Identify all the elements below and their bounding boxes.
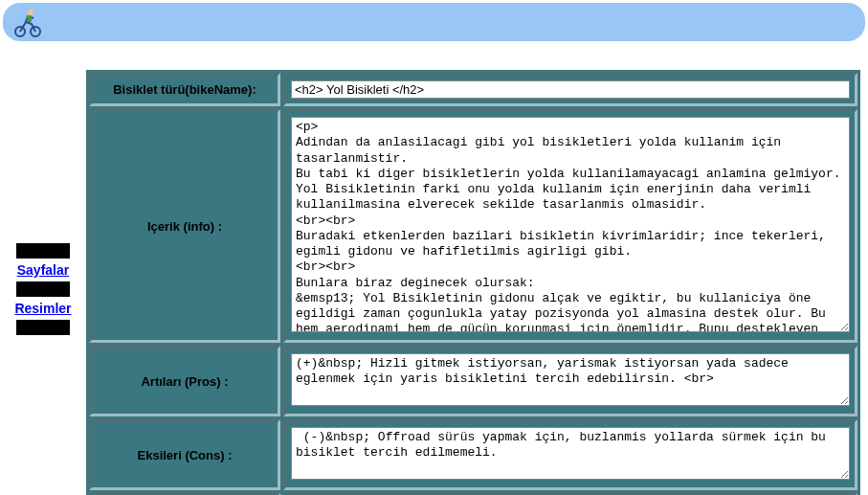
sidebar-divider <box>16 320 70 335</box>
label-cons: Eksileri (Cons) : <box>89 419 280 490</box>
sidebar-divider <box>16 243 70 259</box>
content-area: Bisiklet türü(bikeName): Içerik (info) :… <box>86 70 868 495</box>
sidebar: Sayfalar Resimler <box>0 242 86 336</box>
label-info: Içerik (info) : <box>89 109 280 343</box>
label-pros: Artıları (Pros) : <box>89 346 280 416</box>
top-bar <box>3 3 865 41</box>
sidebar-divider <box>16 281 70 297</box>
svg-rect-3 <box>27 15 32 22</box>
logo-cyclist-icon <box>12 7 43 37</box>
sidebar-link-sayfalar[interactable]: Sayfalar <box>17 259 69 281</box>
label-bike-name: Bisiklet türü(bikeName): <box>89 73 280 106</box>
edit-form-table: Bisiklet türü(bikeName): Içerik (info) :… <box>86 70 860 495</box>
cons-textarea[interactable] <box>291 427 850 480</box>
bike-name-input[interactable] <box>291 80 850 99</box>
pros-textarea[interactable] <box>291 353 850 406</box>
sidebar-link-resimler[interactable]: Resimler <box>14 298 71 319</box>
svg-point-2 <box>28 10 33 15</box>
info-textarea[interactable] <box>291 117 850 332</box>
